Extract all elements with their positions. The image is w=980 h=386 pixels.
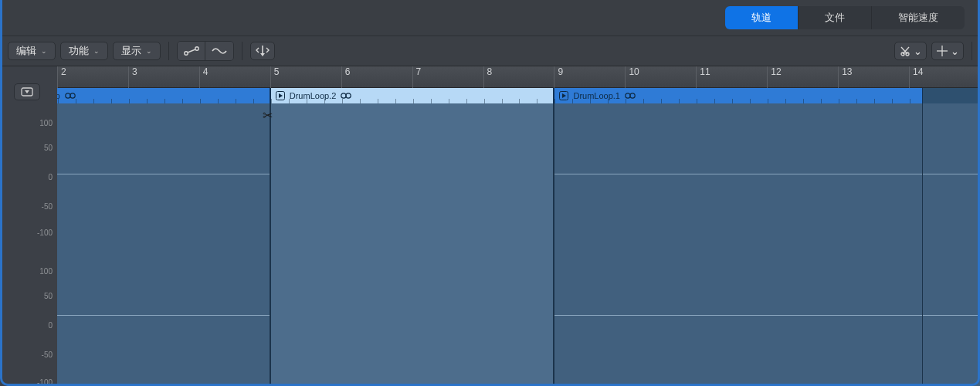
chevron-down-icon: ⌄ xyxy=(41,47,47,55)
ruler-tick: 13 xyxy=(838,66,852,88)
playhead-catch-icon xyxy=(256,45,270,57)
region-header[interactable]: DrumLoop.2 xyxy=(270,88,554,103)
catch-playhead-button[interactable] xyxy=(250,42,275,60)
ruler-tick: 7 xyxy=(412,66,422,88)
view-menu[interactable]: 显示 ⌄ xyxy=(113,42,161,60)
svg-marker-4 xyxy=(260,53,265,56)
audio-editor-main: 100500-50-100100500-50-100 2345678910111… xyxy=(0,66,980,386)
scissors-icon xyxy=(900,46,910,56)
collapse-button[interactable] xyxy=(14,83,40,100)
amplitude-tick: -50 xyxy=(0,350,57,359)
ruler-tick: 14 xyxy=(909,66,923,88)
play-icon xyxy=(276,91,285,100)
automation-toggle[interactable] xyxy=(178,42,205,60)
amplitude-tick: -100 xyxy=(0,378,57,386)
region-name: DrumLoop.1 xyxy=(573,91,620,100)
edit-menu[interactable]: 编辑 ⌄ xyxy=(8,42,56,60)
separator xyxy=(972,42,972,60)
region-body[interactable] xyxy=(554,103,923,386)
amplitude-tick: 100 xyxy=(0,267,57,276)
ruler-tick: 2 xyxy=(57,66,66,88)
collapse-icon xyxy=(21,87,33,96)
tab-smart-tempo[interactable]: 智能速度 xyxy=(872,6,965,29)
ruler-tick: 8 xyxy=(483,66,493,88)
ruler-tick: 5 xyxy=(270,66,280,88)
amplitude-tick: 0 xyxy=(0,321,57,330)
svg-marker-22 xyxy=(562,93,566,98)
top-tab-bar: 轨道 文件 智能速度 xyxy=(0,0,980,36)
tab-file[interactable]: 文件 xyxy=(799,6,872,29)
chevron-down-icon: ⌄ xyxy=(146,47,152,55)
chevron-down-icon: ⌄ xyxy=(93,47,100,55)
svg-line-2 xyxy=(188,49,195,52)
cmd-click-tool-menu[interactable]: ⌄ xyxy=(931,42,964,60)
svg-marker-18 xyxy=(279,93,283,98)
amplitude-tick: -100 xyxy=(0,229,57,237)
amplitude-tick: 50 xyxy=(0,144,57,152)
flex-icon xyxy=(211,46,228,56)
region-header[interactable]: DrumLoop.1 xyxy=(554,88,923,103)
ruler-tick: 11 xyxy=(696,66,710,88)
region-name: DrumLoop.2 xyxy=(290,91,337,100)
view-menu-label: 显示 xyxy=(121,44,141,58)
left-click-tool-menu[interactable]: ⌄ xyxy=(894,42,927,60)
ruler-tick: 3 xyxy=(128,66,137,88)
amplitude-tick: 0 xyxy=(0,173,57,181)
region-header[interactable]: p xyxy=(57,88,270,103)
automation-icon xyxy=(183,46,200,56)
chevron-down-icon: ⌄ xyxy=(951,46,959,57)
ruler-tick: 10 xyxy=(625,66,639,88)
function-menu[interactable]: 功能 ⌄ xyxy=(60,42,108,60)
amplitude-tick: 100 xyxy=(0,119,57,127)
automation-flex-toggle xyxy=(177,41,234,61)
ruler-tick: 12 xyxy=(767,66,781,88)
loop-icon xyxy=(65,92,76,100)
region-header-bar: pDrumLoop.2DrumLoop.1 xyxy=(57,88,980,103)
separator xyxy=(168,42,169,60)
function-menu-label: 功能 xyxy=(69,44,89,58)
editor-toolbar: 编辑 ⌄ 功能 ⌄ 显示 ⌄ xyxy=(0,36,980,66)
amplitude-tick: -50 xyxy=(0,202,57,211)
edit-menu-label: 编辑 xyxy=(16,44,36,58)
amplitude-tick: 50 xyxy=(0,292,57,300)
region-body[interactable] xyxy=(270,103,554,386)
ruler-tick: 4 xyxy=(199,66,209,88)
svg-marker-12 xyxy=(25,90,29,93)
chevron-down-icon: ⌄ xyxy=(914,46,922,57)
play-icon xyxy=(559,91,568,100)
ruler-tick: 9 xyxy=(554,66,563,88)
flex-toggle[interactable] xyxy=(205,42,233,60)
tab-track[interactable]: 轨道 xyxy=(725,6,799,29)
ruler-tick: 6 xyxy=(341,66,351,88)
waveform-area[interactable]: ✂ xyxy=(57,103,980,386)
svg-point-0 xyxy=(184,52,187,55)
time-ruler[interactable]: 234567891011121314 xyxy=(57,66,980,88)
crosshair-icon xyxy=(937,46,948,56)
svg-point-1 xyxy=(195,47,198,50)
amplitude-ruler: 100500-50-100100500-50-100 xyxy=(0,66,57,386)
region-body[interactable] xyxy=(57,103,270,386)
separator xyxy=(242,42,242,60)
